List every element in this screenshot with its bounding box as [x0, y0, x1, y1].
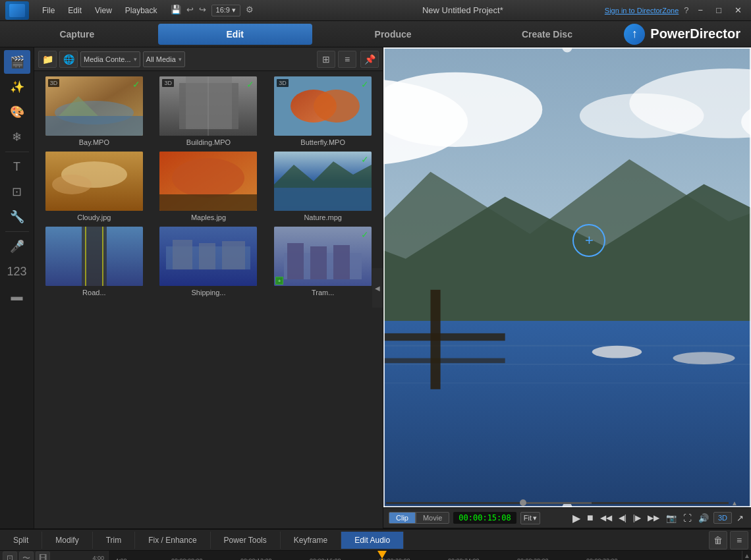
menu-playback[interactable]: Playback	[120, 5, 163, 16]
tab-edit[interactable]: Edit	[158, 24, 312, 45]
border-bottom	[383, 506, 751, 507]
toolbar-transitions[interactable]: ✨	[4, 75, 30, 99]
fast-fwd-button[interactable]: ▶▶	[646, 512, 661, 524]
minimize-button[interactable]: −	[694, 4, 708, 16]
tab-modify[interactable]: Modify	[42, 532, 92, 549]
video-canvas[interactable]	[383, 47, 751, 507]
delete-button[interactable]: 🗑	[709, 531, 727, 549]
toolbar-chapter[interactable]: ▬	[4, 285, 30, 308]
media-check-tram: ✓	[361, 229, 369, 240]
media-check-nature: ✓	[361, 154, 369, 165]
toolbar-text[interactable]: T	[4, 155, 30, 179]
tab-create-disc[interactable]: Create Disc	[470, 21, 624, 47]
toolbar-effects[interactable]: 🎨	[4, 100, 30, 124]
toolbar-overlays[interactable]: ❄	[4, 125, 30, 149]
menu-view[interactable]: View	[90, 5, 117, 16]
media-panel: 📁 🌐 Media Conte... ▾ All Media ▾ ⊞ ≡ 📌	[34, 47, 383, 528]
maximize-button[interactable]: □	[712, 4, 725, 16]
tab-keyframe[interactable]: Keyframe	[281, 532, 341, 549]
time-start: 4:00	[91, 555, 105, 560]
zoom-handle[interactable]	[520, 499, 526, 506]
close-button[interactable]: ✕	[731, 4, 746, 16]
svg-rect-33	[333, 245, 350, 279]
tab-power-tools[interactable]: Power Tools	[211, 532, 281, 549]
fit-timeline-button[interactable]: ⊡	[3, 551, 17, 560]
scroll-up-button[interactable]: ▲	[742, 551, 751, 560]
media-thumb-nature: ✓	[274, 152, 372, 211]
list-item[interactable]: 3D ✓ Bay.MPO	[40, 76, 149, 146]
clip-button[interactable]: Clip	[389, 512, 416, 524]
snapshot-button[interactable]: 📷	[664, 512, 679, 524]
ruler-mark-7: 00:00:32:00	[586, 557, 618, 560]
title-bar: File Edit View Playback 💾 ↩ ↪ 16:9 ▾ ⚙ N…	[0, 0, 751, 21]
list-item[interactable]: Cloudy.jpg	[40, 152, 149, 221]
media-grid: 3D ✓ Bay.MPO 3D ✓ Building.MPO	[34, 71, 383, 528]
preview-zoom-bar: ▲	[383, 499, 740, 506]
svg-point-40	[580, 94, 704, 138]
content-dropdown[interactable]: Media Conte... ▾	[80, 51, 140, 67]
fullscreen-button[interactable]: ⛶	[681, 512, 694, 524]
toolbar-media[interactable]: 🎬	[4, 50, 30, 74]
media-name-bay: Bay.MPO	[79, 138, 109, 146]
frame-fwd-button[interactable]: |▶	[631, 512, 643, 524]
settings-icon[interactable]: ⚙	[246, 5, 254, 16]
media-thumb-butterfly: 3D ✓	[274, 76, 372, 136]
toolbar-pip[interactable]: ⊡	[4, 180, 30, 204]
resolution-select[interactable]: 16:9 ▾	[211, 5, 240, 16]
toolbar-subtitle[interactable]: 123	[4, 260, 30, 283]
tab-split[interactable]: Split	[0, 532, 42, 549]
list-item[interactable]: 3D ✓ Butterfly.MPO	[268, 76, 377, 146]
list-item[interactable]: ✓ Nature.mpg	[268, 152, 377, 221]
media-thumb-shipping	[159, 227, 257, 286]
filter-dropdown[interactable]: All Media ▾	[143, 51, 185, 67]
menu-edit[interactable]: Edit	[63, 5, 87, 16]
timeline-controls-row: ⊡ 〜 🎞 4:00	[0, 551, 108, 560]
filmstrip-button[interactable]: 🎞	[36, 551, 50, 560]
list-item[interactable]: ✓ + Tram...	[268, 227, 377, 296]
left-toolbar: 🎬 ✨ 🎨 ❄ T ⊡ 🔧 🎤 123 ▬	[0, 47, 34, 528]
list-item[interactable]: Maples.jpg	[154, 152, 264, 221]
folder-button[interactable]: 📁	[38, 51, 57, 68]
tab-produce[interactable]: Produce	[316, 21, 470, 47]
ruler-mark-2: 00:00:12:00	[240, 557, 272, 560]
timeline-section: Split Modify Trim Fix / Enhance Power To…	[0, 528, 751, 560]
stop-button[interactable]: ■	[585, 511, 596, 525]
grid-view-button[interactable]: ⊞	[317, 51, 335, 68]
sign-in-link[interactable]: Sign in to DirectorZone	[605, 7, 679, 14]
movie-button[interactable]: Movie	[416, 512, 449, 524]
filter-dropdown-label: All Media	[146, 55, 176, 63]
timeline-list-button[interactable]: ≡	[730, 531, 748, 549]
tab-trim[interactable]: Trim	[93, 532, 136, 549]
play-button[interactable]: ▶	[570, 511, 582, 526]
timeline-body: ⊡ 〜 🎞 4:00 1. 🎬 ✓ 🔒 1. ◀ ✓ 🔒	[0, 551, 751, 560]
content-dropdown-arrow: ▾	[134, 56, 137, 63]
list-view-button[interactable]: ≡	[338, 51, 356, 68]
frame-back-button[interactable]: ◀|	[617, 512, 628, 524]
help-icon[interactable]: ?	[684, 5, 688, 15]
3d-button[interactable]: 3D	[713, 512, 732, 524]
panel-collapse-arrow[interactable]: ◀	[372, 268, 383, 308]
audio-button[interactable]: 🔊	[696, 512, 711, 524]
save-icon[interactable]: 💾	[171, 5, 181, 16]
redo-icon[interactable]: ↪	[199, 5, 206, 16]
toolbar-audio[interactable]: 🎤	[4, 235, 30, 258]
list-item[interactable]: 3D ✓ Building.MPO	[154, 76, 264, 146]
svg-point-50	[592, 346, 642, 358]
tab-edit-audio[interactable]: Edit Audio	[341, 532, 404, 549]
tab-capture[interactable]: Capture	[0, 21, 154, 47]
svg-point-13	[52, 175, 92, 194]
media-name-tram: Tram...	[312, 289, 334, 296]
pin-button[interactable]: 📌	[360, 51, 379, 68]
menu-file[interactable]: File	[37, 5, 60, 16]
waveform-button[interactable]: 〜	[19, 551, 34, 560]
undo-icon[interactable]: ↩	[186, 5, 194, 16]
svg-rect-6	[186, 76, 232, 129]
list-item[interactable]: Shipping...	[154, 227, 264, 296]
rewind-button[interactable]: ◀◀	[598, 512, 614, 524]
fit-dropdown[interactable]: Fit ▾	[520, 512, 540, 524]
web-button[interactable]: 🌐	[59, 51, 78, 68]
output-button[interactable]: ↗	[735, 512, 746, 524]
tab-fix-enhance[interactable]: Fix / Enhance	[135, 532, 210, 549]
toolbar-motion[interactable]: 🔧	[4, 205, 30, 229]
list-item[interactable]: Road...	[40, 227, 149, 296]
